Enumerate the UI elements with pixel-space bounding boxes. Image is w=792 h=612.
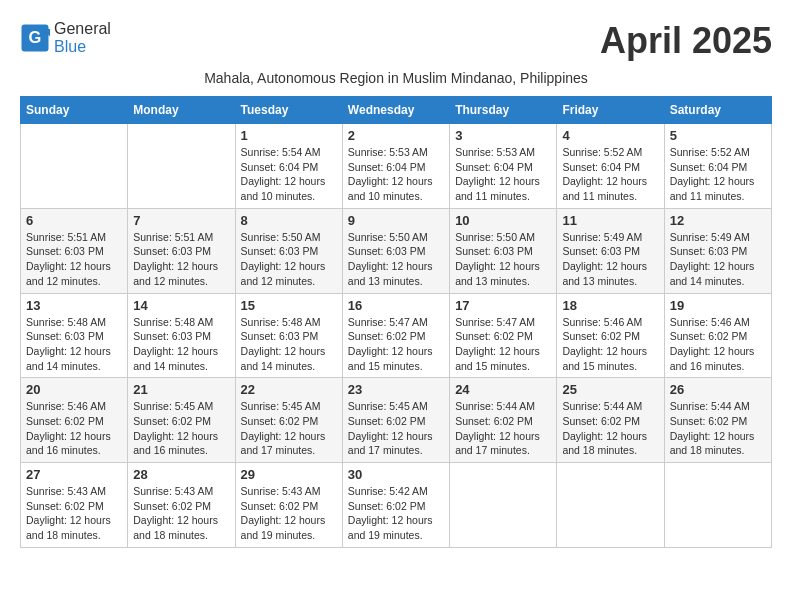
day-number: 18	[562, 298, 658, 313]
day-cell: 14Sunrise: 5:48 AMSunset: 6:03 PMDayligh…	[128, 293, 235, 378]
day-info: Sunrise: 5:44 AMSunset: 6:02 PMDaylight:…	[455, 399, 551, 458]
month-title: April 2025	[600, 20, 772, 62]
week-row-1: 1Sunrise: 5:54 AMSunset: 6:04 PMDaylight…	[21, 124, 772, 209]
logo-icon: G	[20, 23, 50, 53]
day-cell: 16Sunrise: 5:47 AMSunset: 6:02 PMDayligh…	[342, 293, 449, 378]
day-number: 15	[241, 298, 337, 313]
day-cell: 1Sunrise: 5:54 AMSunset: 6:04 PMDaylight…	[235, 124, 342, 209]
day-cell: 11Sunrise: 5:49 AMSunset: 6:03 PMDayligh…	[557, 208, 664, 293]
day-number: 12	[670, 213, 766, 228]
week-row-4: 20Sunrise: 5:46 AMSunset: 6:02 PMDayligh…	[21, 378, 772, 463]
day-info: Sunrise: 5:52 AMSunset: 6:04 PMDaylight:…	[670, 145, 766, 204]
day-number: 1	[241, 128, 337, 143]
weekday-header-monday: Monday	[128, 97, 235, 124]
day-info: Sunrise: 5:48 AMSunset: 6:03 PMDaylight:…	[241, 315, 337, 374]
day-info: Sunrise: 5:49 AMSunset: 6:03 PMDaylight:…	[562, 230, 658, 289]
day-number: 9	[348, 213, 444, 228]
logo-blue: Blue	[54, 38, 86, 55]
day-info: Sunrise: 5:43 AMSunset: 6:02 PMDaylight:…	[133, 484, 229, 543]
day-number: 17	[455, 298, 551, 313]
day-info: Sunrise: 5:49 AMSunset: 6:03 PMDaylight:…	[670, 230, 766, 289]
day-info: Sunrise: 5:43 AMSunset: 6:02 PMDaylight:…	[26, 484, 122, 543]
day-info: Sunrise: 5:50 AMSunset: 6:03 PMDaylight:…	[455, 230, 551, 289]
day-cell: 9Sunrise: 5:50 AMSunset: 6:03 PMDaylight…	[342, 208, 449, 293]
day-info: Sunrise: 5:46 AMSunset: 6:02 PMDaylight:…	[26, 399, 122, 458]
day-number: 27	[26, 467, 122, 482]
day-cell	[557, 463, 664, 548]
day-cell: 8Sunrise: 5:50 AMSunset: 6:03 PMDaylight…	[235, 208, 342, 293]
calendar: SundayMondayTuesdayWednesdayThursdayFrid…	[20, 96, 772, 548]
weekday-header-row: SundayMondayTuesdayWednesdayThursdayFrid…	[21, 97, 772, 124]
day-number: 16	[348, 298, 444, 313]
day-cell	[664, 463, 771, 548]
day-info: Sunrise: 5:46 AMSunset: 6:02 PMDaylight:…	[670, 315, 766, 374]
day-number: 13	[26, 298, 122, 313]
subtitle: Mahala, Autonomous Region in Muslim Mind…	[20, 70, 772, 86]
week-row-2: 6Sunrise: 5:51 AMSunset: 6:03 PMDaylight…	[21, 208, 772, 293]
day-info: Sunrise: 5:47 AMSunset: 6:02 PMDaylight:…	[348, 315, 444, 374]
logo: G General Blue	[20, 20, 111, 56]
day-info: Sunrise: 5:45 AMSunset: 6:02 PMDaylight:…	[241, 399, 337, 458]
day-cell: 23Sunrise: 5:45 AMSunset: 6:02 PMDayligh…	[342, 378, 449, 463]
day-info: Sunrise: 5:50 AMSunset: 6:03 PMDaylight:…	[348, 230, 444, 289]
day-cell: 29Sunrise: 5:43 AMSunset: 6:02 PMDayligh…	[235, 463, 342, 548]
day-cell: 17Sunrise: 5:47 AMSunset: 6:02 PMDayligh…	[450, 293, 557, 378]
day-number: 11	[562, 213, 658, 228]
day-info: Sunrise: 5:51 AMSunset: 6:03 PMDaylight:…	[26, 230, 122, 289]
day-cell: 4Sunrise: 5:52 AMSunset: 6:04 PMDaylight…	[557, 124, 664, 209]
weekday-header-thursday: Thursday	[450, 97, 557, 124]
day-number: 23	[348, 382, 444, 397]
day-info: Sunrise: 5:44 AMSunset: 6:02 PMDaylight:…	[562, 399, 658, 458]
day-number: 25	[562, 382, 658, 397]
day-cell: 15Sunrise: 5:48 AMSunset: 6:03 PMDayligh…	[235, 293, 342, 378]
day-cell: 13Sunrise: 5:48 AMSunset: 6:03 PMDayligh…	[21, 293, 128, 378]
day-number: 20	[26, 382, 122, 397]
weekday-header-saturday: Saturday	[664, 97, 771, 124]
day-number: 22	[241, 382, 337, 397]
day-cell: 30Sunrise: 5:42 AMSunset: 6:02 PMDayligh…	[342, 463, 449, 548]
day-number: 3	[455, 128, 551, 143]
day-info: Sunrise: 5:45 AMSunset: 6:02 PMDaylight:…	[348, 399, 444, 458]
day-info: Sunrise: 5:53 AMSunset: 6:04 PMDaylight:…	[348, 145, 444, 204]
day-info: Sunrise: 5:46 AMSunset: 6:02 PMDaylight:…	[562, 315, 658, 374]
day-number: 7	[133, 213, 229, 228]
day-info: Sunrise: 5:48 AMSunset: 6:03 PMDaylight:…	[133, 315, 229, 374]
day-info: Sunrise: 5:52 AMSunset: 6:04 PMDaylight:…	[562, 145, 658, 204]
day-number: 5	[670, 128, 766, 143]
day-cell	[21, 124, 128, 209]
day-cell	[128, 124, 235, 209]
day-number: 6	[26, 213, 122, 228]
day-cell: 18Sunrise: 5:46 AMSunset: 6:02 PMDayligh…	[557, 293, 664, 378]
day-number: 26	[670, 382, 766, 397]
weekday-header-tuesday: Tuesday	[235, 97, 342, 124]
weekday-header-wednesday: Wednesday	[342, 97, 449, 124]
svg-text:G: G	[29, 28, 42, 46]
day-number: 29	[241, 467, 337, 482]
day-cell: 20Sunrise: 5:46 AMSunset: 6:02 PMDayligh…	[21, 378, 128, 463]
day-info: Sunrise: 5:50 AMSunset: 6:03 PMDaylight:…	[241, 230, 337, 289]
weekday-header-sunday: Sunday	[21, 97, 128, 124]
day-number: 4	[562, 128, 658, 143]
day-number: 21	[133, 382, 229, 397]
day-cell: 7Sunrise: 5:51 AMSunset: 6:03 PMDaylight…	[128, 208, 235, 293]
day-cell: 22Sunrise: 5:45 AMSunset: 6:02 PMDayligh…	[235, 378, 342, 463]
day-cell: 12Sunrise: 5:49 AMSunset: 6:03 PMDayligh…	[664, 208, 771, 293]
day-info: Sunrise: 5:42 AMSunset: 6:02 PMDaylight:…	[348, 484, 444, 543]
day-info: Sunrise: 5:47 AMSunset: 6:02 PMDaylight:…	[455, 315, 551, 374]
day-cell: 19Sunrise: 5:46 AMSunset: 6:02 PMDayligh…	[664, 293, 771, 378]
day-info: Sunrise: 5:44 AMSunset: 6:02 PMDaylight:…	[670, 399, 766, 458]
day-number: 10	[455, 213, 551, 228]
day-cell: 26Sunrise: 5:44 AMSunset: 6:02 PMDayligh…	[664, 378, 771, 463]
week-row-5: 27Sunrise: 5:43 AMSunset: 6:02 PMDayligh…	[21, 463, 772, 548]
day-cell	[450, 463, 557, 548]
header: G General Blue April 2025	[20, 20, 772, 62]
day-number: 8	[241, 213, 337, 228]
day-cell: 21Sunrise: 5:45 AMSunset: 6:02 PMDayligh…	[128, 378, 235, 463]
day-number: 24	[455, 382, 551, 397]
day-number: 30	[348, 467, 444, 482]
day-cell: 5Sunrise: 5:52 AMSunset: 6:04 PMDaylight…	[664, 124, 771, 209]
week-row-3: 13Sunrise: 5:48 AMSunset: 6:03 PMDayligh…	[21, 293, 772, 378]
day-info: Sunrise: 5:45 AMSunset: 6:02 PMDaylight:…	[133, 399, 229, 458]
day-cell: 10Sunrise: 5:50 AMSunset: 6:03 PMDayligh…	[450, 208, 557, 293]
day-cell: 3Sunrise: 5:53 AMSunset: 6:04 PMDaylight…	[450, 124, 557, 209]
